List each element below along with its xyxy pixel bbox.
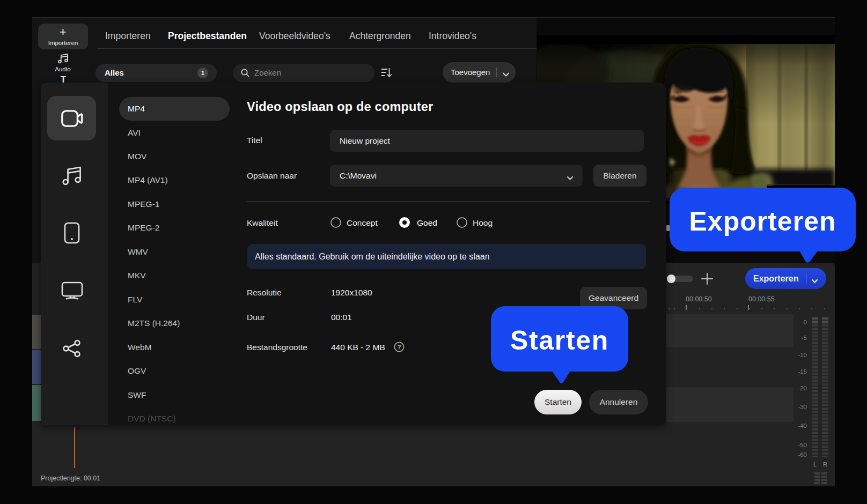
svg-text:?: ?	[397, 344, 401, 350]
